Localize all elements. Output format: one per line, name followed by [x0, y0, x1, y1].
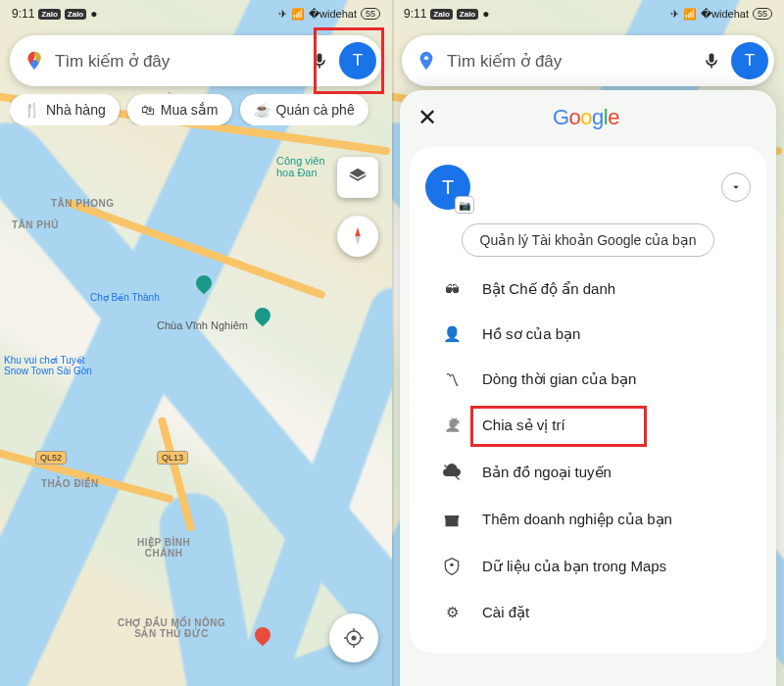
menu-label: Bật Chế độ ẩn danh [482, 280, 615, 298]
bag-icon: 🛍 [141, 102, 155, 118]
menu-add-business[interactable]: Thêm doanh nghiệp của bạn [425, 496, 751, 543]
menu-profile[interactable]: 👤 Hồ sơ của bạn [425, 312, 751, 357]
settings-icon: ⚙ [441, 604, 463, 621]
close-icon[interactable]: ✕ [417, 104, 437, 131]
category-chips: 🍴 Nhà hàng 🛍 Mua sắm ☕ Quán cà phê [10, 94, 392, 125]
status-notif-icon: ● [90, 7, 97, 21]
left-pane: BÌNH HƯNG TÂN PHONG TÂN PHÚ THẢO ĐIỀN HI… [0, 0, 392, 686]
right-pane: BÌNH HƯNG 9:11 Zalo Zalo ● ✈ 📶 �widehat … [392, 0, 784, 686]
coffee-icon: ☕ [254, 102, 270, 118]
profile-icon: 👤 [441, 325, 463, 343]
signal-icon: 📶 [291, 8, 305, 21]
wifi-icon: �widehat [701, 8, 749, 21]
status-app-chip: Zalo [457, 9, 478, 20]
chip-coffee[interactable]: ☕ Quán cà phê [240, 94, 368, 125]
menu-settings[interactable]: ⚙ Cài đặt [425, 590, 751, 635]
data-icon [441, 557, 463, 576]
menu-label: Thêm doanh nghiệp của bạn [482, 511, 672, 528]
map-district-hiep-binh: HIỆP BÌNH CHÁNH [137, 537, 190, 559]
menu-offline-maps[interactable]: Bản đồ ngoại tuyến [425, 449, 751, 496]
menu-label: Dòng thời gian của bạn [482, 370, 636, 388]
account-avatar-large[interactable]: T 📷 [425, 165, 470, 210]
search-input: Tìm kiếm ở đây [447, 51, 692, 72]
account-card: T 📷 Quản lý Tài khoản Google của bạn 🕶 B… [410, 147, 766, 653]
location-icon: ✈ [670, 8, 679, 21]
chip-shopping[interactable]: 🛍 Mua sắm [127, 94, 232, 125]
chip-restaurants[interactable]: 🍴 Nhà hàng [10, 94, 120, 125]
account-avatar: T [731, 42, 768, 79]
compass-button[interactable] [337, 216, 378, 257]
share-location-icon [441, 416, 463, 435]
manage-account-button[interactable]: Quản lý Tài khoản Google của bạn [462, 223, 715, 257]
layers-icon [347, 167, 368, 188]
search-bar[interactable]: Tìm kiếm ở đây T [10, 35, 382, 86]
mic-icon [702, 47, 721, 74]
battery-icon: 55 [753, 8, 772, 20]
fork-knife-icon: 🍴 [24, 102, 40, 118]
map-poi-park[interactable]: Công viên hoa Đan [276, 155, 325, 178]
svg-point-2 [352, 636, 357, 641]
menu-timeline[interactable]: 〽 Dòng thời gian của bạn [425, 357, 751, 402]
chip-label: Nhà hàng [46, 102, 106, 118]
svg-point-3 [424, 56, 428, 60]
timeline-icon: 〽 [441, 371, 463, 388]
map-district-thao-dien: THẢO ĐIỀN [41, 478, 99, 489]
route-badge-ql52: QL52 [35, 451, 67, 465]
menu-label: Chia sẻ vị trí [482, 416, 565, 434]
menu-list: 🕶 Bật Chế độ ẩn danh 👤 Hồ sơ của bạn 〽 D… [425, 267, 751, 635]
signal-icon: 📶 [683, 8, 697, 21]
camera-icon[interactable]: 📷 [455, 196, 474, 214]
business-icon [441, 510, 463, 529]
wifi-icon: �widehat [309, 8, 357, 21]
map-district-tan-phu: TÂN PHÚ [12, 220, 59, 230]
status-app-chip: Zalo [65, 9, 86, 20]
account-avatar[interactable]: T [339, 42, 376, 79]
account-switcher[interactable] [721, 172, 751, 202]
search-input[interactable]: Tìm kiếm ở đây [55, 51, 300, 72]
google-maps-logo-icon [416, 50, 437, 72]
map-poi-market[interactable]: Chợ Bến Thành [90, 292, 160, 303]
layers-button[interactable] [337, 157, 378, 198]
google-logo: Google [553, 105, 619, 130]
menu-label: Hồ sơ của bạn [482, 325, 580, 343]
battery-icon: 55 [361, 8, 380, 20]
chip-label: Mua sắm [161, 102, 219, 118]
status-time: 9:11 [12, 7, 34, 21]
menu-incognito[interactable]: 🕶 Bật Chế độ ẩn danh [425, 267, 751, 312]
incognito-icon: 🕶 [441, 281, 463, 298]
menu-label: Dữ liệu của bạn trong Maps [482, 558, 666, 575]
location-icon: ✈ [278, 8, 287, 21]
map-district-cho-dau-moi: CHỢ ĐẦU MỐI NÔNG SẢN THỦ ĐỨC [118, 617, 225, 639]
account-sheet: ✕ Google T 📷 Quản lý Tài khoản Google củ… [400, 90, 776, 686]
status-app-chip: Zalo [430, 9, 452, 20]
compass-icon [347, 225, 368, 247]
map-poi-snow-town[interactable]: Khu vui chơi Tuyết Snow Town Sài Gòn [4, 355, 92, 376]
gps-icon [342, 626, 366, 650]
svg-point-4 [450, 564, 453, 566]
status-time: 9:11 [404, 7, 426, 21]
map-pin-temple-icon [252, 305, 274, 327]
map-poi-temple[interactable]: Chùa Vĩnh Nghiêm [157, 319, 248, 331]
menu-share-location[interactable]: Chia sẻ vị trí [425, 402, 751, 449]
chevron-down-icon [729, 180, 743, 194]
mic-icon[interactable] [310, 47, 329, 74]
status-bar: 9:11 Zalo Zalo ● ✈ 📶 �widehat 55 [392, 0, 784, 27]
google-maps-logo-icon [24, 50, 45, 72]
status-app-chip: Zalo [38, 9, 60, 20]
menu-label: Cài đặt [482, 604, 529, 621]
locate-button[interactable] [329, 613, 378, 662]
menu-label: Bản đồ ngoại tuyến [482, 464, 612, 481]
map-district-tan-phong: TÂN PHONG [51, 198, 115, 209]
menu-your-data[interactable]: Dữ liệu của bạn trong Maps [425, 543, 751, 590]
search-bar: Tìm kiếm ở đây T [402, 35, 774, 86]
route-badge-ql13: QL13 [157, 451, 188, 465]
status-notif-icon: ● [482, 7, 489, 21]
offline-icon [441, 463, 463, 482]
chip-label: Quán cà phê [276, 102, 355, 118]
status-bar: 9:11 Zalo Zalo ● ✈ 📶 �widehat 55 [0, 0, 392, 27]
